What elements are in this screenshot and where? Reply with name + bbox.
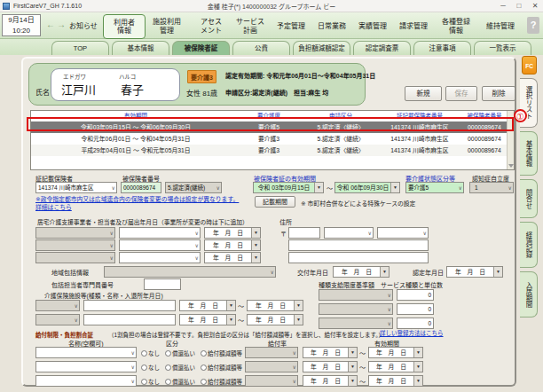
menu-item-registrations[interactable]: 各種登録 情報 [442,18,470,35]
side-tab-residence-period[interactable]: 入居期間 [520,271,538,318]
menu-item-service-plan[interactable]: サービス 計画 [236,18,264,35]
provider-date-2[interactable]: 年 月 日 [204,239,261,251]
facility-out-date-2[interactable]: 年 月 日 [247,314,303,325]
provider-staff-select-3[interactable] [119,252,201,263]
radio-reduction[interactable]: 給付額減額等 [201,349,242,357]
facility-in-date-1[interactable]: 年 月 日 [179,300,236,311]
firstcare-icon[interactable]: FC [522,56,537,74]
menu-item-results[interactable]: 実績管理 [358,22,387,31]
benefit-to-date-2[interactable]: 年 月 日 [368,361,423,372]
radio-reduction[interactable]: 給付額減額等 [201,363,242,372]
validity-to-datefield[interactable]: 令和 06年09月30日 [334,182,400,193]
new-button[interactable]: 新規 [405,86,442,101]
benefit-rate-select-1[interactable] [245,347,298,358]
radio-reimburse[interactable]: 償還払い [165,363,195,372]
menu-item-schedule[interactable]: 予定管理 [277,22,305,31]
cert-datefield[interactable]: 年 月 日 [446,266,503,278]
validity-from-datefield[interactable]: 令和 03年09月15日 [253,182,324,193]
care-manager-number-input[interactable] [144,278,181,290]
table-row-current[interactable]: 令和03年09月15日 ～ 令和06年09月30日 要介護5 5.認定済〈継続〉… [31,122,514,133]
menu-item-maintenance[interactable]: 維持管理 [486,22,515,31]
save-button[interactable]: 保存 [445,86,477,101]
delete-button[interactable]: 削除 [482,86,515,101]
care-level-select[interactable]: 要介護5 [405,182,464,193]
help-icon[interactable]: ? [527,17,539,34]
tab-basic-info[interactable]: 基本情報 [112,41,169,55]
postal-code-input[interactable] [288,227,320,239]
radio-reimburse[interactable]: 償還払い [165,377,195,386]
benefit-to-date-3[interactable]: 年 月 日 [368,375,423,387]
provider-staff-select-2[interactable] [119,239,201,251]
benefit-name-combo-3[interactable] [35,375,137,387]
menu-item-daily-work[interactable]: 日常業務 [318,22,346,31]
menu-item-facility-use[interactable]: 施設利用 管理 [153,18,181,35]
provider-select-1[interactable] [35,227,115,239]
unit-count-input-2[interactable]: 0 [397,303,434,315]
unit-count-input-3[interactable]: 0 [397,318,434,329]
tab-insured-card[interactable]: 被保険者証 [172,41,230,55]
menu-item-user-info[interactable]: 利用者 情報 [103,14,146,39]
table-row[interactable]: 令和元年06月01日 ～ 令和04年05月31日 要介護3 5.認定済〈継続〉 … [31,133,514,145]
menu-item-assessment[interactable]: アセス メント [201,18,222,35]
service-type-select-1[interactable] [319,289,393,301]
provider-staff-select-1[interactable] [119,227,201,239]
facility-type-select-1[interactable] [35,300,80,311]
recording-period-button[interactable]: 記載期間 [255,196,295,208]
benefit-name-combo-2[interactable] [35,361,137,372]
application-select[interactable]: 5.認定済(継続) [165,182,222,193]
provider-select-2[interactable] [35,239,115,251]
facility-type-select-2[interactable] [35,314,80,325]
close-button[interactable]: ✕ [527,0,543,12]
maximize-button[interactable]: □ [511,0,527,12]
side-tab-inquiry[interactable]: 問合せ [520,179,538,218]
forward-icon[interactable]: → [57,20,66,29]
tab-cautions[interactable]: 注意事項 [413,41,471,55]
benefit-rate-select-3[interactable] [245,375,298,387]
radio-none[interactable]: なし [141,377,160,386]
facility-in-date-2[interactable]: 年 月 日 [179,314,236,325]
facility-name-input-1[interactable] [83,300,176,311]
tab-burden-reduction[interactable]: 負担額減額認定 [293,41,350,55]
community-info-select[interactable] [104,266,276,278]
table-scrollbar[interactable] [507,111,514,169]
prefecture-select[interactable] [324,227,374,239]
facility-name-input-2[interactable] [83,314,176,325]
radio-reduction[interactable]: 給付額減額等 [201,377,242,386]
insurer-change-notice-link[interactable]: ※政令指定都市内又は広域連合内の保険者変更の場合は設定が異なります。詳細はこちら [35,196,245,211]
service-type-select-3[interactable] [319,318,393,329]
provider-select-3[interactable] [35,252,115,263]
facility-out-date-1[interactable]: 年 月 日 [247,300,303,311]
side-tab-basic-info[interactable]: 基本情報 [520,131,538,176]
city-select[interactable] [377,227,429,239]
tab-top[interactable]: TOP [51,41,109,55]
menu-item-billing[interactable]: 請求管理 [399,22,428,31]
benefit-from-date-2[interactable]: 年 月 日 [303,361,358,372]
table-row[interactable]: 平成29年04月01日 ～ 令和元年05月31日 要介護3 5.認定済〈継続〉 … [31,145,514,156]
back-icon[interactable]: ← [46,20,55,29]
issue-datefield[interactable]: 年 月 日 [333,266,390,278]
side-tab-progress-record[interactable]: 経過記録 [520,222,538,268]
menu-item-notice[interactable]: お知らせ [69,22,98,31]
tab-list-view[interactable]: 一覧表示 [474,41,531,55]
address-line-2-input[interactable] [288,252,429,263]
benefit-from-date-1[interactable]: 年 月 日 [303,347,358,358]
tab-public-expense[interactable]: 公費 [232,41,290,55]
benefit-to-date-1[interactable]: 年 月 日 [368,347,423,358]
unit-count-input-1[interactable]: 0 [397,289,434,301]
benefit-name-combo-1[interactable] [35,347,137,358]
service-type-select-2[interactable] [319,303,393,315]
radio-reimburse[interactable]: 償還払い [165,349,195,357]
provider-date-3[interactable]: 年 月 日 [204,252,261,263]
dementia-select[interactable]: 1 [469,182,514,193]
radio-none[interactable]: なし [141,363,160,372]
benefit-help-link[interactable]: 詳しい登録方法はこちら [380,330,444,338]
tab-cert-survey[interactable]: 認定調査票 [353,41,411,55]
minimize-button[interactable]: － [495,0,511,12]
insured-number-input[interactable]: 0000089674 [121,182,161,193]
benefit-rate-select-2[interactable] [245,361,298,372]
radio-none[interactable]: なし [141,349,160,357]
address-line-1-input[interactable] [288,239,429,251]
insurer-select[interactable]: 141374 川崎市麻生区 [35,182,117,193]
benefit-from-date-3[interactable]: 年 月 日 [303,375,358,387]
provider-date-1[interactable]: 年 月 日 [204,227,261,239]
